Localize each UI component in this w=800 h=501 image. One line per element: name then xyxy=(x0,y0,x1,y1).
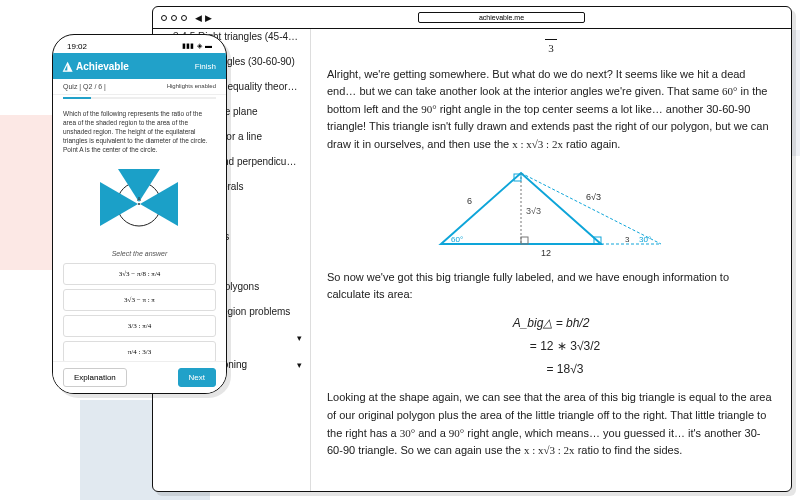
answer-option-3[interactable]: 3/3 : π/4 xyxy=(63,315,216,337)
paragraph-3: Looking at the shape again, we can see t… xyxy=(327,389,775,459)
paragraph-1: Alright, we're getting somewhere. But wh… xyxy=(327,66,775,154)
browser-window: ◀▶ achievable.me 3.4.5 Right triangles (… xyxy=(152,6,792,492)
diagram-label-base: 12 xyxy=(541,248,551,258)
math-90b: 90° xyxy=(449,427,464,439)
answer-option-2[interactable]: 3√3 − π : π xyxy=(63,289,216,311)
math-30: 30° xyxy=(400,427,415,439)
paragraph-2: So now we've got this big triangle fully… xyxy=(327,269,775,304)
options-label[interactable]: Highlights enabled xyxy=(167,83,216,90)
traffic-lights[interactable] xyxy=(161,15,187,21)
svg-rect-5 xyxy=(521,237,528,244)
progress-bar xyxy=(63,97,216,99)
phone-statusbar: 19:02 ▮▮▮ ◈ ▬ xyxy=(53,35,226,53)
phone-mockup: 19:02 ▮▮▮ ◈ ▬ ◮ Achievable Finish Quiz |… xyxy=(52,34,227,394)
svg-line-1 xyxy=(521,173,661,244)
equation-block: A_big△ = bh/2 = 12 ∗ 3√3/2 = 18√3 xyxy=(397,312,705,382)
answers-list: 3√3 − π/8 : π/4 3√3 − π : π 3/3 : π/4 π/… xyxy=(53,263,226,363)
app-header: ◮ Achievable Finish xyxy=(53,53,226,79)
diagram-label-hyp: 6√3 xyxy=(586,192,601,202)
eq-line-1: A_big△ = bh/2 xyxy=(513,314,590,333)
finish-link[interactable]: Finish xyxy=(195,62,216,71)
math-ratio-2: x : x√3 : 2x xyxy=(524,444,575,456)
wifi-icon: ◈ xyxy=(197,42,202,50)
diagram-label-30: 30° xyxy=(639,235,651,244)
diagram-label-height: 3√3 xyxy=(526,206,541,216)
app-logo[interactable]: ◮ Achievable xyxy=(63,59,129,73)
app-name: Achievable xyxy=(76,61,129,72)
browser-nav-arrows[interactable]: ◀▶ xyxy=(195,13,212,23)
diagram-label-3: 3 xyxy=(625,235,630,244)
math-90: 90° xyxy=(421,103,436,115)
next-button[interactable]: Next xyxy=(178,368,216,387)
svg-point-12 xyxy=(138,203,140,205)
explanation-button[interactable]: Explanation xyxy=(63,368,127,387)
math-ratio: x : x√3 : 2x xyxy=(512,138,563,150)
svg-text:A: A xyxy=(137,196,141,202)
back-icon[interactable]: ◀ xyxy=(195,13,202,23)
phone-footer: Explanation Next xyxy=(53,361,226,393)
eq-line-3: = 18√3 xyxy=(519,360,584,379)
answer-option-1[interactable]: 3√3 − π/8 : π/4 xyxy=(63,263,216,285)
diagram-label-6: 6 xyxy=(467,196,472,206)
circle-triangles-diagram: A xyxy=(92,164,187,244)
question-text: Which of the following represents the ra… xyxy=(53,103,226,160)
quiz-progress-label: Quiz | Q2 / 6 | xyxy=(63,83,106,90)
signal-icon: ▮▮▮ xyxy=(182,42,194,50)
triangle-diagram: 6 3√3 6√3 12 3 60° 30° xyxy=(421,164,681,259)
eq-line-2: = 12 ∗ 3√3/2 xyxy=(502,337,600,356)
fraction-denominator: 3 xyxy=(545,39,557,58)
browser-titlebar: ◀▶ achievable.me xyxy=(153,7,791,29)
status-icons: ▮▮▮ ◈ ▬ xyxy=(182,42,212,50)
chevron-down-icon: ▾ xyxy=(297,333,302,343)
browser-content: 3.4.5 Right triangles (45-45-90) 6 Right… xyxy=(153,29,791,491)
phone-time: 19:02 xyxy=(67,42,87,51)
battery-icon: ▬ xyxy=(205,42,212,50)
logo-icon: ◮ xyxy=(63,59,72,73)
address-bar-wrap: achievable.me xyxy=(220,12,783,23)
address-bar[interactable]: achievable.me xyxy=(418,12,585,23)
progress-wrap xyxy=(53,95,226,103)
chevron-down-icon: ▾ xyxy=(297,360,302,370)
forward-icon[interactable]: ▶ xyxy=(205,13,212,23)
quiz-subbar: Quiz | Q2 / 6 | Highlights enabled xyxy=(53,79,226,95)
diagram-label-60: 60° xyxy=(451,235,463,244)
main-content: 3 Alright, we're getting somewhere. But … xyxy=(311,29,791,491)
math-60: 60° xyxy=(722,85,737,97)
select-answer-label: Select the answer xyxy=(53,248,226,259)
